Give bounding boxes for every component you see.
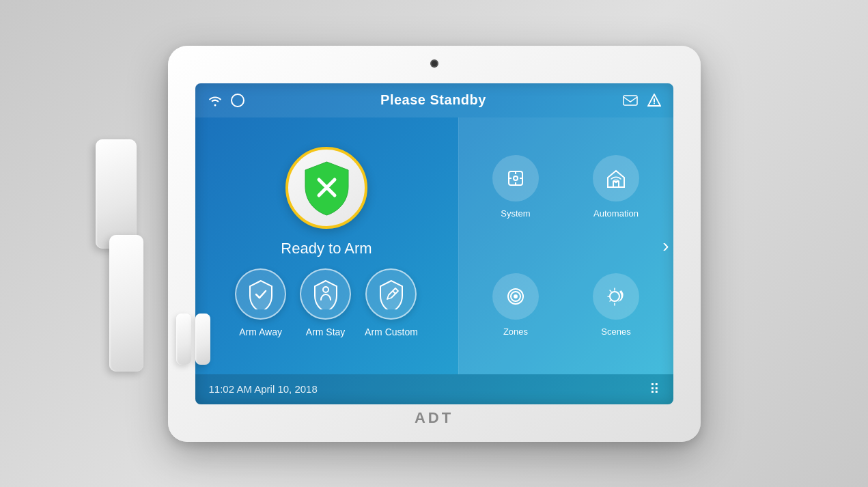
svg-rect-0 xyxy=(624,96,637,105)
system-icon-circle xyxy=(492,155,539,201)
status-bar: Please Standby xyxy=(195,83,673,117)
automation-nav-item[interactable]: Automation xyxy=(566,128,667,246)
svg-point-1 xyxy=(654,102,655,104)
ready-to-arm-button[interactable] xyxy=(285,147,367,229)
automation-icon-circle xyxy=(593,155,639,201)
status-icons-left xyxy=(208,94,244,107)
svg-line-15 xyxy=(610,300,611,301)
chevron-right-icon[interactable]: › xyxy=(662,235,669,257)
bottom-bar: 11:02 AM April 10, 2018 ⠿ xyxy=(195,374,673,404)
wifi-icon xyxy=(208,94,223,107)
arm-stay-label: Arm Stay xyxy=(306,326,346,337)
sensors-group xyxy=(96,139,210,372)
svg-point-10 xyxy=(514,294,518,298)
sensor-large xyxy=(96,139,137,249)
sensor-small-group xyxy=(176,314,210,365)
scenes-label: Scenes xyxy=(601,326,630,337)
scenes-icon-circle xyxy=(593,273,639,320)
arm-away-button[interactable]: Arm Away xyxy=(235,268,286,337)
arm-stay-circle xyxy=(300,268,351,320)
arm-away-label: Arm Away xyxy=(239,326,282,337)
zones-nav-item[interactable]: Zones xyxy=(466,246,566,364)
adt-panel: Please Standby xyxy=(168,46,701,442)
touchscreen: Please Standby xyxy=(195,83,673,404)
camera xyxy=(432,61,437,66)
arm-custom-button[interactable]: Arm Custom xyxy=(365,268,418,337)
nav-grid: System xyxy=(459,117,673,374)
system-nav-item[interactable]: System xyxy=(466,128,566,246)
zones-icon-circle xyxy=(492,273,539,320)
ring-icon xyxy=(231,94,244,107)
sensor-small-2 xyxy=(195,314,210,365)
status-title: Please Standby xyxy=(380,92,486,108)
sensor-small-1 xyxy=(176,314,191,365)
scene: Please Standby xyxy=(0,0,868,487)
automation-label: Automation xyxy=(593,208,639,219)
datetime-display: 11:02 AM April 10, 2018 xyxy=(209,383,318,395)
arm-custom-label: Arm Custom xyxy=(365,326,418,337)
status-icons-right xyxy=(623,94,661,107)
main-content: Ready to Arm Arm Away xyxy=(195,117,673,374)
grid-menu-icon[interactable]: ⠿ xyxy=(649,381,660,398)
right-panel: System xyxy=(459,117,673,374)
scenes-nav-item[interactable]: Scenes xyxy=(566,246,667,364)
zones-label: Zones xyxy=(503,326,528,337)
svg-line-13 xyxy=(610,290,611,292)
ready-label: Ready to Arm xyxy=(281,240,372,258)
svg-point-4 xyxy=(514,176,518,180)
arm-stay-button[interactable]: Arm Stay xyxy=(300,268,351,337)
left-panel: Ready to Arm Arm Away xyxy=(195,117,458,374)
sensor-medium xyxy=(109,235,143,372)
alert-icon[interactable] xyxy=(647,94,661,107)
system-label: System xyxy=(501,208,530,219)
arm-buttons: Arm Away xyxy=(235,268,418,337)
svg-point-9 xyxy=(615,181,617,182)
arm-custom-circle xyxy=(365,268,417,320)
arm-away-circle xyxy=(235,268,286,320)
brand-label: ADT xyxy=(415,409,453,427)
mail-icon[interactable] xyxy=(623,95,638,106)
